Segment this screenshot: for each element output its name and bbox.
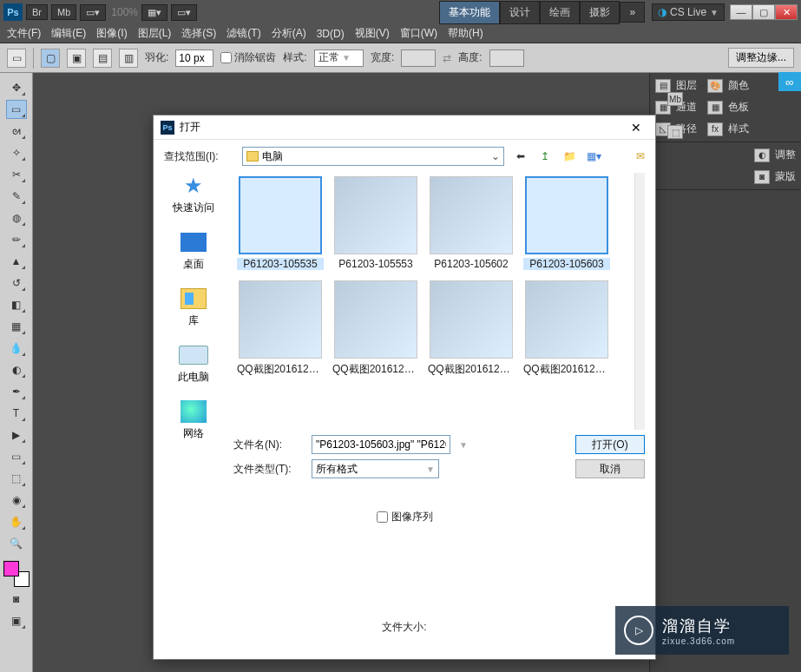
menu-view[interactable]: 视图(V): [355, 26, 390, 41]
gradient-tool[interactable]: ▦: [6, 317, 27, 336]
place-this-pc[interactable]: 此电脑: [164, 342, 223, 385]
shape-tool[interactable]: ▭: [6, 447, 27, 466]
blur-tool[interactable]: 💧: [6, 339, 27, 358]
file-item[interactable]: QQ截图20161203111226: [523, 280, 610, 377]
arrange-button[interactable]: ▭▾: [171, 4, 197, 21]
3d-tool[interactable]: ⬚: [6, 469, 27, 488]
3d-camera-tool[interactable]: ◉: [6, 491, 27, 510]
magic-wand-tool[interactable]: ✧: [6, 143, 27, 162]
dialog-close-button[interactable]: ✕: [624, 119, 648, 136]
menu-layer[interactable]: 图层(L): [138, 26, 172, 41]
place-desktop[interactable]: 桌面: [164, 229, 223, 272]
panel-masks[interactable]: ◙蒙版: [754, 169, 796, 184]
pen-tool[interactable]: ✒: [6, 382, 27, 401]
healing-brush-tool[interactable]: ◍: [6, 208, 27, 227]
swap-wh-icon[interactable]: ⇄: [443, 52, 451, 64]
maximize-button[interactable]: ▢: [752, 4, 775, 20]
brush-tool[interactable]: ✏: [6, 230, 27, 249]
menu-window[interactable]: 窗口(W): [400, 26, 437, 41]
workspace-tab-design[interactable]: 设计: [500, 1, 540, 24]
panel-layers[interactable]: ▤图层: [655, 78, 697, 93]
style-select[interactable]: 正常 ▼: [314, 49, 364, 67]
panel-styles[interactable]: fx样式: [707, 122, 749, 136]
file-item[interactable]: QQ截图20161203110800: [332, 280, 419, 377]
workspace-tab-painting[interactable]: 绘画: [540, 1, 580, 24]
dodge-tool[interactable]: ◐: [6, 360, 27, 379]
marquee-intersect-icon[interactable]: ▥: [119, 49, 138, 68]
marquee-subtract-icon[interactable]: ▤: [93, 49, 112, 68]
menu-analysis[interactable]: 分析(A): [272, 26, 306, 41]
panel-swatches[interactable]: ▦色板: [707, 100, 749, 115]
look-in-select[interactable]: 电脑 ⌄: [242, 147, 504, 166]
marquee-new-icon[interactable]: ▢: [41, 49, 60, 68]
refine-edge-button[interactable]: 调整边缘...: [728, 48, 794, 68]
menu-file[interactable]: 文件(F): [7, 26, 41, 41]
file-item[interactable]: P61203-105553: [332, 176, 419, 270]
path-select-tool[interactable]: ▶: [6, 425, 27, 445]
color-swatches[interactable]: [3, 561, 30, 587]
history-brush-tool[interactable]: ↺: [6, 273, 27, 293]
type-tool[interactable]: T: [6, 404, 27, 423]
cancel-button[interactable]: 取消: [575, 459, 645, 478]
lasso-tool[interactable]: ᘛ: [6, 122, 27, 141]
file-scrollbar[interactable]: [634, 173, 645, 430]
filetype-select[interactable]: 所有格式 ▼: [312, 459, 439, 478]
view-extras-button[interactable]: ▦▾: [141, 4, 167, 21]
marquee-tool[interactable]: ▭: [6, 100, 27, 119]
workspace-tab-photography[interactable]: 摄影: [580, 1, 620, 24]
antialias-checkbox[interactable]: 消除锯齿: [220, 50, 276, 65]
file-item[interactable]: P61203-105535: [237, 176, 324, 270]
move-tool[interactable]: ✥: [6, 78, 27, 97]
quick-mask-tool[interactable]: ◙: [6, 590, 27, 609]
menu-3d[interactable]: 3D(D): [317, 28, 345, 40]
menu-edit[interactable]: 编辑(E): [51, 26, 86, 41]
minibridge-collapsed-icon[interactable]: Mb: [667, 92, 683, 106]
panel-layers-label: 图层: [676, 78, 697, 93]
place-library[interactable]: 库: [164, 286, 223, 328]
file-item[interactable]: P61203-105603: [523, 176, 610, 270]
menu-image[interactable]: 图像(I): [96, 26, 127, 41]
place-quickaccess[interactable]: ★ 快速访问: [164, 173, 223, 215]
open-button[interactable]: 打开(O): [575, 435, 645, 454]
cs-live-button[interactable]: ◑CS Live▼: [652, 3, 725, 21]
marquee-add-icon[interactable]: ▣: [67, 49, 86, 68]
dialog-titlebar[interactable]: Ps 打开 ✕: [154, 115, 655, 140]
file-item[interactable]: P61203-105602: [428, 176, 515, 270]
workspace-more[interactable]: »: [620, 2, 645, 23]
nav-back-icon[interactable]: ⬅: [511, 148, 530, 165]
minimize-button[interactable]: —: [730, 4, 752, 20]
cloud-icon[interactable]: ∞: [778, 72, 801, 91]
zoom-tool[interactable]: 🔍: [6, 534, 27, 553]
clone-stamp-tool[interactable]: ▲: [6, 252, 27, 271]
crop-tool[interactable]: ✂: [6, 165, 27, 184]
place-network[interactable]: 网络: [164, 399, 223, 441]
bridge-button[interactable]: Br: [26, 4, 48, 20]
nav-favorite-icon[interactable]: ✉: [636, 150, 645, 162]
minibridge-button[interactable]: Mb: [51, 4, 76, 20]
file-item[interactable]: QQ截图20161203110715: [237, 280, 324, 377]
nav-view-icon[interactable]: ▦▾: [584, 148, 603, 165]
panel-color[interactable]: 🎨颜色: [707, 78, 749, 93]
nav-newfolder-icon[interactable]: 📁: [560, 148, 579, 165]
eraser-tool[interactable]: ◧: [6, 295, 27, 314]
screen-mode-button[interactable]: ▭▾: [80, 4, 106, 21]
menu-filter[interactable]: 滤镜(T): [227, 26, 260, 41]
zoom-level[interactable]: 100%: [111, 6, 138, 18]
menu-help[interactable]: 帮助(H): [448, 26, 483, 41]
close-button[interactable]: ✕: [775, 4, 798, 20]
panel-adjustments[interactable]: ◐调整: [754, 148, 796, 162]
file-item[interactable]: QQ截图20161203111208: [428, 280, 515, 377]
eyedropper-tool[interactable]: ✎: [6, 187, 27, 206]
foreground-color-swatch[interactable]: [3, 561, 19, 576]
filename-input[interactable]: [312, 435, 450, 454]
feather-input[interactable]: [175, 49, 213, 67]
workspace-tab-essentials[interactable]: 基本功能: [439, 1, 500, 24]
image-sequence-checkbox[interactable]: [377, 511, 388, 523]
screen-mode-tool[interactable]: ▣: [6, 611, 27, 630]
nav-up-icon[interactable]: ↥: [535, 148, 555, 165]
hand-tool[interactable]: ✋: [6, 512, 27, 531]
menu-select[interactable]: 选择(S): [181, 26, 216, 41]
tool-preset-icon[interactable]: ▭: [7, 49, 26, 68]
filename-chevron-icon[interactable]: ▼: [459, 440, 468, 450]
histogram-collapsed-icon[interactable]: ⬚: [667, 125, 683, 139]
